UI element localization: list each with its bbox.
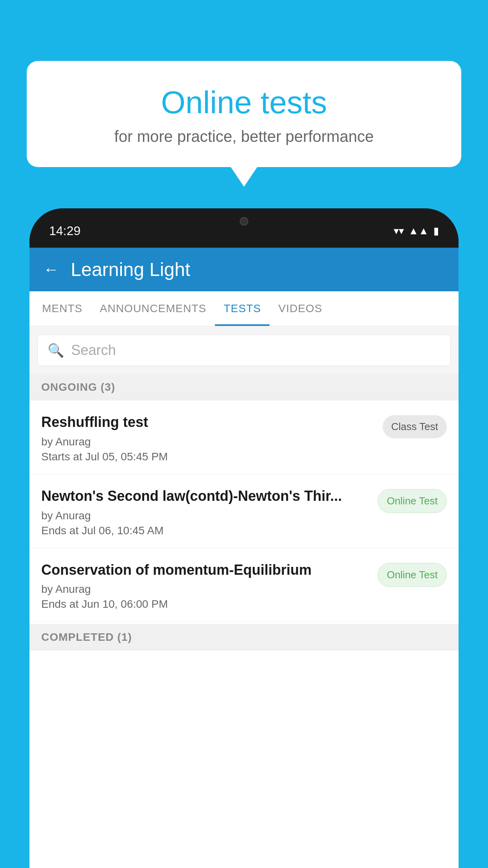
phone-frame: 14:29 ▾▾ ▲▲ ▮ ← Learning Light MENTS ANN… bbox=[29, 208, 459, 868]
test-info-1: Reshuffling test by Anurag Starts at Jul… bbox=[41, 413, 375, 463]
search-bar[interactable]: 🔍 Search bbox=[37, 335, 451, 366]
test-item-1[interactable]: Reshuffling test by Anurag Starts at Jul… bbox=[29, 401, 459, 474]
search-container: 🔍 Search bbox=[29, 327, 459, 374]
test-name-2: Newton's Second law(contd)-Newton's Thir… bbox=[41, 487, 370, 506]
test-name-3: Conservation of momentum-Equilibrium bbox=[41, 561, 370, 579]
test-info-3: Conservation of momentum-Equilibrium by … bbox=[41, 561, 370, 611]
phone-status-bar: 14:29 ▾▾ ▲▲ ▮ bbox=[29, 208, 459, 248]
test-date-1: Starts at Jul 05, 05:45 PM bbox=[41, 451, 375, 463]
test-badge-2: Online Test bbox=[378, 489, 447, 513]
tab-bar: MENTS ANNOUNCEMENTS TESTS VIDEOS bbox=[29, 291, 459, 327]
speech-bubble: Online tests for more practice, better p… bbox=[27, 61, 461, 167]
test-author-3: by Anurag bbox=[41, 583, 370, 596]
phone-notch bbox=[205, 208, 283, 234]
tab-videos[interactable]: VIDEOS bbox=[270, 291, 331, 326]
phone-camera bbox=[240, 217, 248, 226]
search-placeholder: Search bbox=[71, 342, 116, 359]
test-item-3[interactable]: Conservation of momentum-Equilibrium by … bbox=[29, 548, 459, 622]
app-header: ← Learning Light bbox=[29, 248, 459, 291]
bubble-title: Online tests bbox=[46, 85, 442, 121]
tab-ments[interactable]: MENTS bbox=[33, 291, 91, 326]
tab-tests[interactable]: TESTS bbox=[215, 291, 270, 326]
status-icons: ▾▾ ▲▲ ▮ bbox=[394, 225, 439, 237]
status-time: 14:29 bbox=[49, 224, 81, 238]
test-date-3: Ends at Jun 10, 06:00 PM bbox=[41, 598, 370, 611]
battery-icon: ▮ bbox=[433, 225, 439, 237]
app-header-title: Learning Light bbox=[71, 259, 190, 280]
section-ongoing-header: ONGOING (3) bbox=[29, 374, 459, 401]
test-author-1: by Anurag bbox=[41, 436, 375, 448]
signal-icon: ▲▲ bbox=[409, 225, 429, 237]
phone-screen: ← Learning Light MENTS ANNOUNCEMENTS TES… bbox=[29, 248, 459, 868]
test-date-2: Ends at Jul 06, 10:45 AM bbox=[41, 524, 370, 537]
test-name-1: Reshuffling test bbox=[41, 413, 375, 432]
tab-announcements[interactable]: ANNOUNCEMENTS bbox=[91, 291, 215, 326]
search-icon: 🔍 bbox=[48, 342, 64, 358]
section-completed-header: COMPLETED (1) bbox=[29, 624, 459, 651]
test-badge-3: Online Test bbox=[378, 563, 447, 587]
back-button[interactable]: ← bbox=[43, 261, 59, 278]
bubble-subtitle: for more practice, better performance bbox=[46, 128, 442, 145]
test-item-2[interactable]: Newton's Second law(contd)-Newton's Thir… bbox=[29, 474, 459, 548]
wifi-icon: ▾▾ bbox=[394, 225, 404, 237]
test-badge-1: Class Test bbox=[383, 415, 447, 438]
test-list: Reshuffling test by Anurag Starts at Jul… bbox=[29, 401, 459, 868]
test-author-2: by Anurag bbox=[41, 509, 370, 522]
test-info-2: Newton's Second law(contd)-Newton's Thir… bbox=[41, 487, 370, 537]
